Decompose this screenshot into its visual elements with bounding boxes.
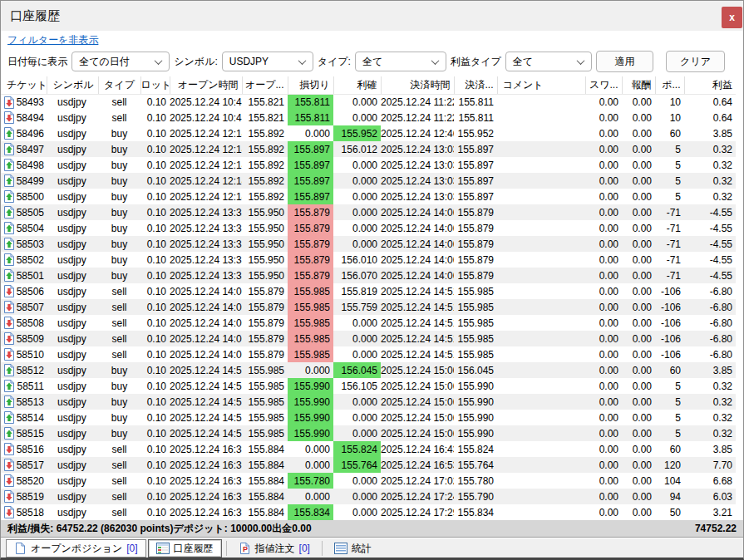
open-price-cell: 155.950	[242, 268, 288, 283]
tab-pending-orders[interactable]: P 指値注文 [0]	[231, 539, 318, 558]
comment-cell	[497, 473, 585, 489]
comment-cell	[497, 378, 585, 394]
column-header-4[interactable]: ロット	[140, 76, 170, 94]
chevron-down-icon	[298, 56, 306, 65]
table-row[interactable]: 58516 usdjpy sell 0.10 2025.12.24 16:39 …	[1, 441, 736, 457]
column-header-13[interactable]: 報酬	[622, 76, 655, 94]
commission-cell: 0.00	[622, 331, 655, 346]
table-row[interactable]: 58494 usdjpy sell 0.10 2025.12.24 10:45 …	[1, 110, 736, 125]
ticket-cell: 58500	[1, 189, 47, 204]
lot-cell: 0.10	[140, 425, 170, 441]
table-row[interactable]: 58510 usdjpy sell 0.10 2025.12.24 14:06 …	[1, 346, 736, 362]
comment-cell	[497, 173, 585, 189]
stop-loss-cell: 155.990	[288, 378, 333, 394]
open-price-cell: 155.985	[242, 394, 288, 410]
stop-loss-cell: 155.985	[288, 346, 333, 362]
column-header-11[interactable]: コメント	[497, 76, 585, 94]
table-row[interactable]: 58502 usdjpy buy 0.10 2025.12.24 13:32 1…	[1, 252, 736, 268]
ticket-cell: 58505	[1, 204, 47, 220]
table-row[interactable]: 58496 usdjpy buy 0.10 2025.12.24 12:14 1…	[1, 125, 736, 141]
table-row[interactable]: 58520 usdjpy sell 0.10 2025.12.24 16:39 …	[1, 473, 736, 489]
table-row[interactable]: 58508 usdjpy sell 0.10 2025.12.24 14:06 …	[1, 315, 736, 331]
type-filter-select[interactable]: 全て	[355, 52, 446, 71]
comment-cell	[497, 94, 585, 110]
toggle-filters-link[interactable]: フィルターを非表示	[7, 33, 98, 47]
open-price-cell: 155.884	[242, 441, 288, 457]
table-row[interactable]: 58503 usdjpy buy 0.10 2025.12.24 13:32 1…	[1, 236, 736, 252]
column-header-6[interactable]: オープ...	[242, 76, 288, 94]
table-row[interactable]: 58513 usdjpy buy 0.10 2025.12.24 14:51 1…	[1, 394, 736, 410]
lot-cell: 0.10	[140, 220, 170, 236]
type-cell: buy	[98, 425, 140, 441]
column-header-3[interactable]: タイプ	[98, 76, 140, 94]
close-time-cell: 2025.12.24 14:51	[381, 346, 454, 362]
close-time-cell: 2025.12.24 15:06	[381, 394, 454, 410]
commission-cell: 0.00	[622, 189, 655, 204]
stop-loss-cell: 155.879	[288, 236, 333, 252]
chevron-down-icon	[155, 56, 163, 65]
table-row[interactable]: 58517 usdjpy sell 0.10 2025.12.24 16:39 …	[1, 457, 736, 473]
close-price-cell: 155.985	[454, 299, 497, 315]
column-header-15[interactable]: 利益	[684, 76, 736, 94]
lot-cell: 0.10	[140, 394, 170, 410]
table-row[interactable]: 58504 usdjpy buy 0.10 2025.12.24 13:32 1…	[1, 220, 736, 236]
profit-type-filter-select[interactable]: 全て	[505, 52, 592, 71]
close-price-cell: 155.879	[454, 252, 497, 268]
stop-loss-cell: 155.834	[288, 504, 333, 520]
table-row[interactable]: 58509 usdjpy sell 0.10 2025.12.24 14:06 …	[1, 331, 736, 346]
column-header-5[interactable]: オープン時間	[170, 76, 242, 94]
column-header-10[interactable]: 決済...	[454, 76, 497, 94]
ticket-cell: 58501	[1, 268, 47, 283]
close-price-cell: 155.834	[454, 504, 497, 520]
commission-cell: 0.00	[622, 410, 655, 425]
clear-button[interactable]: クリア	[666, 51, 725, 72]
table-row[interactable]: 58506 usdjpy sell 0.10 2025.12.24 14:06 …	[1, 283, 736, 299]
table-row[interactable]: 58497 usdjpy buy 0.10 2025.12.24 12:14 1…	[1, 141, 736, 157]
commission-cell: 0.00	[622, 110, 655, 125]
close-button[interactable]: x	[722, 7, 742, 28]
table-row[interactable]: 58519 usdjpy sell 0.10 2025.12.24 16:39 …	[1, 489, 736, 504]
table-row[interactable]: 58507 usdjpy sell 0.10 2025.12.24 14:06 …	[1, 299, 736, 315]
tab-label: 口座履歴	[174, 542, 214, 556]
lot-cell: 0.10	[140, 125, 170, 141]
column-header-9[interactable]: 決済時間	[381, 76, 454, 94]
table-row[interactable]: 58512 usdjpy buy 0.10 2025.12.24 14:51 1…	[1, 362, 736, 378]
close-price-cell: 155.879	[454, 268, 497, 283]
table-row[interactable]: 58511 usdjpy buy 0.10 2025.12.24 14:51 1…	[1, 378, 736, 394]
column-header-2[interactable]: シンボル	[47, 76, 98, 94]
tab-statistics[interactable]: 統計	[327, 539, 379, 558]
points-cell: 5	[655, 410, 684, 425]
take-profit-cell: 156.010	[333, 252, 381, 268]
date-filter-select[interactable]: 全ての日付	[71, 52, 170, 71]
open-time-cell: 2025.12.24 14:06	[170, 331, 242, 346]
table-row[interactable]: 58499 usdjpy buy 0.10 2025.12.24 12:14 1…	[1, 173, 736, 189]
column-header-1[interactable]: チケット	[1, 76, 47, 94]
order-type-icon	[3, 380, 15, 392]
column-header-8[interactable]: 利確	[333, 76, 381, 94]
symbol-filter-label: シンボル:	[174, 55, 217, 69]
table-row[interactable]: 58514 usdjpy buy 0.10 2025.12.24 14:51 1…	[1, 410, 736, 425]
table-row[interactable]: 58518 usdjpy sell 0.10 2025.12.24 16:39 …	[1, 504, 736, 520]
table-row[interactable]: 58515 usdjpy buy 0.10 2025.12.24 14:51 1…	[1, 425, 736, 441]
lot-cell: 0.10	[140, 189, 170, 204]
table-row[interactable]: 58493 usdjpy sell 0.10 2025.12.24 10:45 …	[1, 94, 736, 110]
column-header-14[interactable]: ポ...	[655, 76, 684, 94]
table-row[interactable]: 58505 usdjpy buy 0.10 2025.12.24 13:32 1…	[1, 204, 736, 220]
column-header-12[interactable]: スワ...	[585, 76, 622, 94]
symbol-filter-select[interactable]: USDJPY	[222, 52, 313, 71]
tab-open-positions[interactable]: オープンポジション [0]	[6, 539, 146, 558]
open-time-cell: 2025.12.24 16:39	[170, 504, 242, 520]
table-row[interactable]: 58500 usdjpy buy 0.10 2025.12.24 12:14 1…	[1, 189, 736, 204]
table-row[interactable]: 58501 usdjpy buy 0.10 2025.12.24 13:32 1…	[1, 268, 736, 283]
open-time-cell: 2025.12.24 16:39	[170, 473, 242, 489]
column-header-7[interactable]: 損切り	[288, 76, 333, 94]
apply-button[interactable]: 適用	[596, 51, 653, 72]
order-type-icon	[3, 427, 15, 440]
take-profit-cell: 0.000	[333, 394, 381, 410]
open-time-cell: 2025.12.24 16:39	[170, 457, 242, 473]
table-row[interactable]: 58498 usdjpy buy 0.10 2025.12.24 12:14 1…	[1, 157, 736, 173]
ticket-cell: 58519	[1, 489, 47, 504]
tab-account-history[interactable]: 口座履歴	[148, 539, 222, 558]
profit-cell: 7.70	[684, 457, 736, 473]
summary-bar: 利益/損失: 64752.22 (862030 points)デポジット: 10…	[1, 520, 743, 537]
